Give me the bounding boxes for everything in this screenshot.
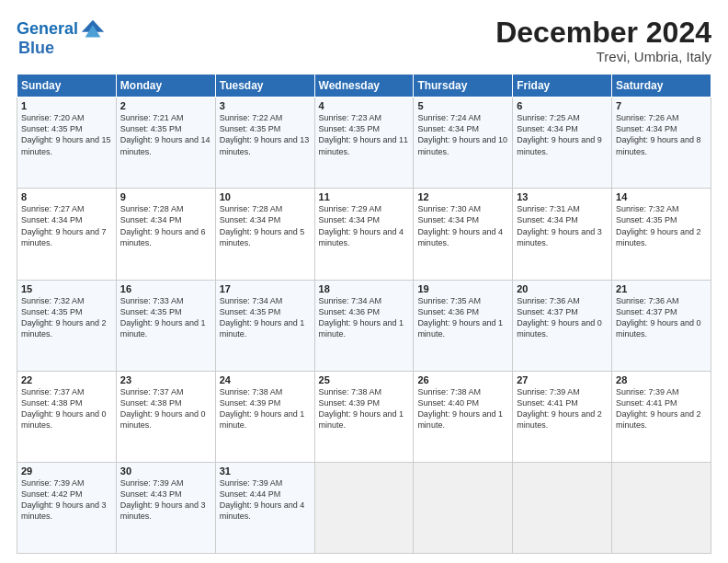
table-row: 13Sunrise: 7:31 AMSunset: 4:34 PMDayligh… xyxy=(513,189,612,280)
table-row: 20Sunrise: 7:36 AMSunset: 4:37 PMDayligh… xyxy=(513,280,612,371)
table-row: 6Sunrise: 7:25 AMSunset: 4:34 PMDaylight… xyxy=(513,98,612,189)
col-saturday: Saturday xyxy=(612,75,711,98)
col-thursday: Thursday xyxy=(414,75,513,98)
logo-text: General xyxy=(17,20,78,39)
table-row: 18Sunrise: 7:34 AMSunset: 4:36 PMDayligh… xyxy=(314,280,414,371)
logo-icon xyxy=(80,17,106,42)
table-row: 12Sunrise: 7:30 AMSunset: 4:34 PMDayligh… xyxy=(414,189,513,280)
table-row: 26Sunrise: 7:38 AMSunset: 4:40 PMDayligh… xyxy=(414,371,513,462)
table-row: 23Sunrise: 7:37 AMSunset: 4:38 PMDayligh… xyxy=(116,371,215,462)
table-row: 4Sunrise: 7:23 AMSunset: 4:35 PMDaylight… xyxy=(314,98,414,189)
table-row: 29Sunrise: 7:39 AMSunset: 4:42 PMDayligh… xyxy=(17,462,117,553)
page-subtitle: Trevi, Umbria, Italy xyxy=(495,49,711,64)
table-row: 22Sunrise: 7:37 AMSunset: 4:38 PMDayligh… xyxy=(17,371,117,462)
table-row: 15Sunrise: 7:32 AMSunset: 4:35 PMDayligh… xyxy=(17,280,117,371)
table-row xyxy=(414,462,513,553)
table-row: 16Sunrise: 7:33 AMSunset: 4:35 PMDayligh… xyxy=(116,280,215,371)
table-row: 2Sunrise: 7:21 AMSunset: 4:35 PMDaylight… xyxy=(116,98,215,189)
col-monday: Monday xyxy=(116,75,215,98)
table-row xyxy=(314,462,414,553)
table-row: 24Sunrise: 7:38 AMSunset: 4:39 PMDayligh… xyxy=(215,371,314,462)
table-row: 3Sunrise: 7:22 AMSunset: 4:35 PMDaylight… xyxy=(215,98,314,189)
table-row: 28Sunrise: 7:39 AMSunset: 4:41 PMDayligh… xyxy=(612,371,711,462)
table-row xyxy=(612,462,711,553)
table-row: 11Sunrise: 7:29 AMSunset: 4:34 PMDayligh… xyxy=(314,189,414,280)
table-row: 27Sunrise: 7:39 AMSunset: 4:41 PMDayligh… xyxy=(513,371,612,462)
col-wednesday: Wednesday xyxy=(314,75,414,98)
table-row: 31Sunrise: 7:39 AMSunset: 4:44 PMDayligh… xyxy=(215,462,314,553)
calendar-header-row: Sunday Monday Tuesday Wednesday Thursday… xyxy=(17,75,711,98)
col-friday: Friday xyxy=(513,75,612,98)
logo: General Blue xyxy=(17,17,106,58)
page: General Blue December 2024 Trevi, Umbria… xyxy=(0,0,728,563)
table-row: 14Sunrise: 7:32 AMSunset: 4:35 PMDayligh… xyxy=(612,189,711,280)
table-row: 17Sunrise: 7:34 AMSunset: 4:35 PMDayligh… xyxy=(215,280,314,371)
table-row xyxy=(513,462,612,553)
calendar-table: Sunday Monday Tuesday Wednesday Thursday… xyxy=(17,74,711,554)
table-row: 8Sunrise: 7:27 AMSunset: 4:34 PMDaylight… xyxy=(17,189,117,280)
table-row: 19Sunrise: 7:35 AMSunset: 4:36 PMDayligh… xyxy=(414,280,513,371)
table-row: 25Sunrise: 7:38 AMSunset: 4:39 PMDayligh… xyxy=(314,371,414,462)
table-row: 30Sunrise: 7:39 AMSunset: 4:43 PMDayligh… xyxy=(116,462,215,553)
title-block: December 2024 Trevi, Umbria, Italy xyxy=(495,17,711,64)
table-row: 21Sunrise: 7:36 AMSunset: 4:37 PMDayligh… xyxy=(612,280,711,371)
header: General Blue December 2024 Trevi, Umbria… xyxy=(17,17,711,64)
col-tuesday: Tuesday xyxy=(215,75,314,98)
table-row: 5Sunrise: 7:24 AMSunset: 4:34 PMDaylight… xyxy=(414,98,513,189)
table-row: 10Sunrise: 7:28 AMSunset: 4:34 PMDayligh… xyxy=(215,189,314,280)
table-row: 1Sunrise: 7:20 AMSunset: 4:35 PMDaylight… xyxy=(17,98,117,189)
page-title: December 2024 xyxy=(495,17,711,49)
col-sunday: Sunday xyxy=(17,75,117,98)
table-row: 9Sunrise: 7:28 AMSunset: 4:34 PMDaylight… xyxy=(116,189,215,280)
table-row: 7Sunrise: 7:26 AMSunset: 4:34 PMDaylight… xyxy=(612,98,711,189)
